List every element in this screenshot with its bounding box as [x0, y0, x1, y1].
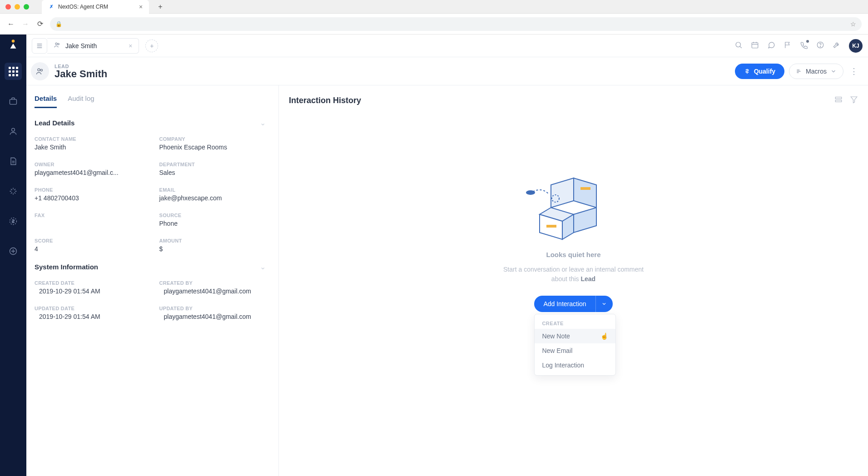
app-topbar: Jake Smith × + KJ: [26, 35, 868, 57]
svg-rect-12: [752, 42, 758, 48]
close-window-icon[interactable]: [5, 4, 11, 10]
field-value: playgametest4041@gmail.com: [159, 288, 266, 295]
field-label: CREATED DATE: [35, 280, 141, 286]
menu-item-log-interaction[interactable]: Log Interaction: [535, 358, 615, 372]
empty-state-title: Looks quiet here: [546, 251, 600, 258]
favicon-icon: ✗: [48, 4, 55, 10]
add-interaction-dropdown-toggle[interactable]: [595, 296, 613, 312]
forward-icon[interactable]: →: [21, 20, 30, 29]
field-owner: OWNER playgametest4041@gmail.c...: [35, 162, 141, 176]
nav-billing-icon[interactable]: [5, 213, 22, 230]
nav-sparkle-icon[interactable]: [5, 183, 22, 200]
address-bar[interactable]: 🔒 ☆: [50, 17, 862, 31]
field-value: Phone: [159, 220, 266, 227]
new-record-tab-button[interactable]: +: [145, 40, 158, 52]
list-toggle-button[interactable]: [32, 38, 47, 54]
browser-tab-strip: ✗ NextOS: Agent CRM × +: [0, 0, 868, 14]
new-browser-tab-button[interactable]: +: [158, 3, 162, 11]
add-interaction-button[interactable]: Add Interaction: [534, 296, 595, 312]
svg-point-8: [55, 43, 57, 45]
settings-wrench-icon[interactable]: [833, 41, 841, 51]
help-icon[interactable]: [816, 41, 824, 51]
browser-tab[interactable]: ✗ NextOS: Agent CRM ×: [42, 0, 149, 14]
left-nav-rail: [0, 35, 26, 476]
open-record-tab[interactable]: Jake Smith ×: [47, 38, 139, 54]
record-name: Jake Smith: [55, 69, 107, 79]
svg-rect-24: [835, 100, 842, 102]
add-interaction-menu: CREATE New Note ☝ New Email Log Interact…: [534, 314, 616, 376]
interaction-history-panel: Interaction History: [278, 85, 868, 476]
record-type-icon: [31, 62, 49, 80]
field-label: PHONE: [35, 187, 141, 193]
field-label: CREATED BY: [159, 280, 266, 286]
browser-toolbar: ← → ⟳ 🔒 ☆: [0, 14, 868, 35]
tab-audit-log[interactable]: Audit log: [68, 94, 94, 108]
nav-integrations-icon[interactable]: [5, 243, 22, 260]
menu-item-new-email[interactable]: New Email: [535, 343, 615, 358]
nav-apps-icon[interactable]: [5, 63, 22, 80]
svg-line-11: [740, 46, 741, 48]
nav-contacts-icon[interactable]: [5, 123, 22, 140]
close-record-tab-icon[interactable]: ×: [129, 42, 132, 50]
svg-rect-1: [10, 99, 17, 104]
svg-point-28: [526, 190, 535, 195]
qualify-button[interactable]: Qualify: [735, 64, 784, 79]
details-panel: Details Audit log Lead Details ⌄ CONTACT…: [26, 85, 278, 476]
field-phone: PHONE +1 4802700403: [35, 187, 141, 202]
svg-point-10: [736, 42, 741, 47]
field-source: SOURCE Phone: [159, 213, 266, 227]
menu-item-label: Log Interaction: [542, 362, 584, 369]
phone-icon[interactable]: [800, 41, 808, 51]
system-info-section-title: System Information: [35, 263, 98, 271]
more-options-icon[interactable]: ⋮: [848, 66, 860, 76]
field-value: playgametest4041@gmail.com: [159, 313, 266, 320]
lead-icon: [54, 41, 61, 50]
field-value: Sales: [159, 169, 266, 176]
chat-icon[interactable]: [767, 41, 775, 51]
bookmark-star-icon[interactable]: ☆: [850, 20, 856, 28]
svg-rect-26: [580, 187, 590, 190]
svg-rect-27: [546, 225, 556, 228]
close-tab-icon[interactable]: ×: [139, 3, 143, 10]
cursor-pointer-icon: ☝: [600, 332, 608, 340]
user-avatar[interactable]: KJ: [849, 39, 863, 53]
menu-section-label: CREATE: [535, 317, 615, 329]
field-value: 2019-10-29 01:54 AM: [35, 288, 141, 295]
flag-icon[interactable]: [784, 41, 792, 51]
collapse-section-icon[interactable]: ⌄: [260, 119, 266, 127]
field-company: COMPANY Phoenix Escape Rooms: [159, 136, 266, 151]
back-icon[interactable]: ←: [6, 20, 15, 29]
field-label: EMAIL: [159, 187, 266, 193]
fullscreen-window-icon[interactable]: [24, 4, 29, 10]
field-value: jake@phxescape.com: [159, 194, 266, 202]
nav-work-icon[interactable]: [5, 93, 22, 110]
app-logo-icon[interactable]: [0, 35, 26, 55]
interaction-history-title: Interaction History: [289, 96, 361, 105]
lock-icon: 🔒: [55, 21, 62, 27]
field-updated-by: UPDATED BY playgametest4041@gmail.com: [159, 306, 266, 320]
search-icon[interactable]: [734, 41, 743, 51]
record-header: LEAD Jake Smith Qualify Macros ⋮: [26, 57, 868, 85]
field-label: DEPARTMENT: [159, 162, 266, 167]
field-department: DEPARTMENT Sales: [159, 162, 266, 176]
layout-toggle-icon[interactable]: [834, 95, 843, 105]
menu-item-label: New Note: [542, 332, 570, 340]
menu-item-label: New Email: [542, 347, 572, 354]
qualify-button-label: Qualify: [754, 68, 775, 75]
field-value: playgametest4041@gmail.c...: [35, 169, 141, 176]
svg-point-2: [12, 128, 15, 131]
empty-sub-strong: Lead: [580, 275, 595, 283]
collapse-section-icon[interactable]: ⌄: [260, 263, 266, 271]
field-label: UPDATED DATE: [35, 306, 141, 311]
filter-icon[interactable]: [850, 95, 858, 105]
nav-docs-icon[interactable]: [5, 153, 22, 170]
calendar-icon[interactable]: [751, 41, 759, 51]
field-value: Jake Smith: [35, 144, 141, 151]
minimize-window-icon[interactable]: [15, 4, 20, 10]
macros-button[interactable]: Macros: [789, 64, 843, 79]
tab-details[interactable]: Details: [35, 94, 57, 108]
menu-item-new-note[interactable]: New Note ☝: [535, 329, 615, 343]
reload-icon[interactable]: ⟳: [35, 20, 45, 29]
lead-details-section-title: Lead Details: [35, 119, 74, 127]
open-tab-title: Jake Smith: [65, 42, 97, 50]
